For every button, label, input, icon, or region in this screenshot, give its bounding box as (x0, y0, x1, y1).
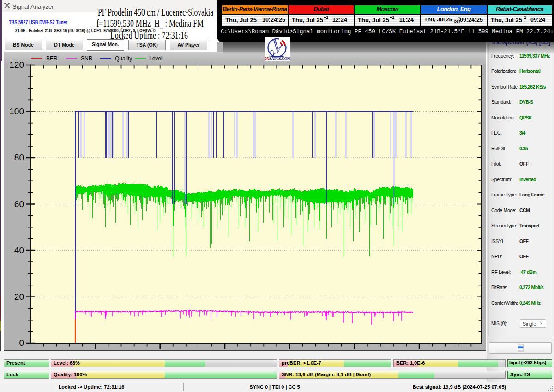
svg-text:80: 80 (14, 153, 24, 162)
svg-text:20: 20 (14, 292, 24, 302)
svg-text:60: 60 (14, 199, 24, 209)
svg-text:40: 40 (14, 245, 24, 255)
svg-text:120: 120 (9, 60, 24, 70)
svg-text:100: 100 (9, 107, 24, 116)
svg-text:0: 0 (19, 338, 24, 348)
svg-text:DXSATCS.COM: DXSATCS.COM (265, 56, 290, 61)
